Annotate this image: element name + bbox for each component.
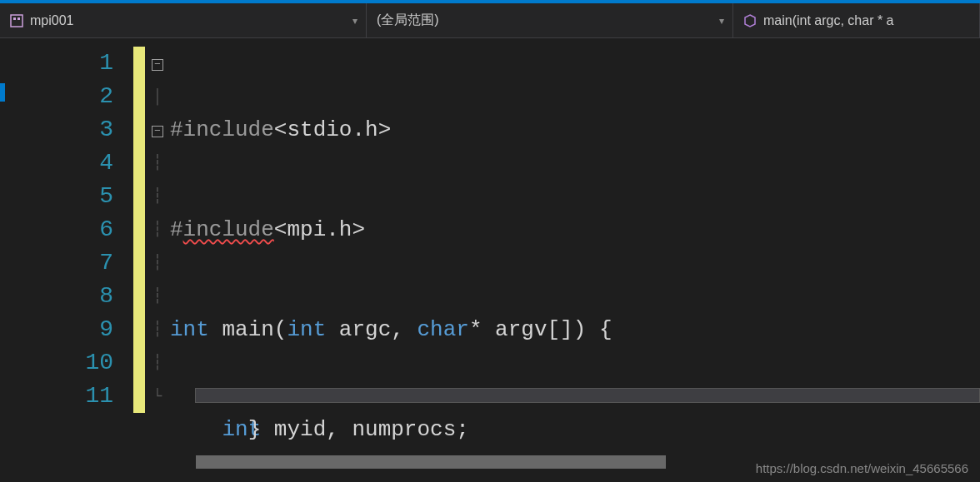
fold-line: ┆ xyxy=(145,246,170,280)
fold-line: ┆ xyxy=(145,346,170,380)
line-number-gutter: 1 2 3 4 5 6 7 8 9 10 11 xyxy=(8,38,133,482)
fold-line: ┆ xyxy=(145,313,170,346)
breakpoint-margin[interactable] xyxy=(0,38,8,482)
code-line: int main(int argc, char* argv[]) { xyxy=(170,313,980,346)
code-content[interactable]: #include<stdio.h> #include<mpi.h> int ma… xyxy=(170,38,980,482)
line-number: 11 xyxy=(8,380,113,413)
fold-line: ┆ xyxy=(145,180,170,213)
fold-line: └ xyxy=(145,380,170,413)
line-number: 7 xyxy=(8,246,113,280)
cpp-file-icon xyxy=(10,14,23,27)
line-number: 9 xyxy=(8,313,113,346)
fold-line: ┆ xyxy=(145,280,170,313)
function-dropdown-label: main(int argc, char * a xyxy=(763,13,894,28)
code-line: } xyxy=(170,380,980,413)
svg-rect-2 xyxy=(18,17,20,20)
chevron-down-icon: ▾ xyxy=(719,15,724,27)
watermark-text: https://blog.csdn.net/weixin_45665566 xyxy=(756,461,968,475)
method-icon xyxy=(743,14,757,27)
file-dropdown[interactable]: mpi001 ▾ xyxy=(0,3,367,37)
scroll-thumb[interactable] xyxy=(196,455,666,469)
fold-toggle[interactable]: − xyxy=(152,126,163,137)
line-number: 5 xyxy=(8,180,113,213)
line-number: 3 xyxy=(8,113,113,147)
code-line: #include<mpi.h> xyxy=(170,213,980,246)
code-line: #include<stdio.h> xyxy=(170,113,980,147)
bookmark-indicator xyxy=(0,83,5,102)
modified-indicator xyxy=(133,47,145,413)
fold-toggle[interactable]: − xyxy=(152,59,163,71)
line-number: 2 xyxy=(8,80,113,113)
scope-dropdown-label: (全局范围) xyxy=(377,12,439,29)
change-indicator xyxy=(133,38,145,482)
svg-rect-0 xyxy=(11,15,22,27)
navigation-bar: mpi001 ▾ (全局范围) ▾ main(int argc, char * … xyxy=(0,3,980,38)
line-number: 6 xyxy=(8,213,113,246)
chevron-down-icon: ▾ xyxy=(352,15,358,27)
line-number: 4 xyxy=(8,147,113,180)
function-dropdown[interactable]: main(int argc, char * a xyxy=(733,3,980,37)
line-number: 8 xyxy=(8,280,113,313)
fold-gutter: − │ − ┆ ┆ ┆ ┆ ┆ ┆ ┆ └ xyxy=(145,38,170,482)
fold-line: ┆ xyxy=(145,213,170,246)
file-dropdown-label: mpi001 xyxy=(30,13,73,28)
svg-rect-1 xyxy=(13,17,16,20)
line-number: 1 xyxy=(8,47,113,80)
scope-dropdown[interactable]: (全局范围) ▾ xyxy=(367,3,733,37)
fold-line: │ xyxy=(145,80,170,113)
line-number: 10 xyxy=(8,346,113,380)
code-editor[interactable]: 1 2 3 4 5 6 7 8 9 10 11 − │ − ┆ ┆ ┆ ┆ ┆ … xyxy=(0,38,980,482)
fold-line: ┆ xyxy=(145,147,170,180)
horizontal-scrollbar[interactable] xyxy=(195,388,980,403)
